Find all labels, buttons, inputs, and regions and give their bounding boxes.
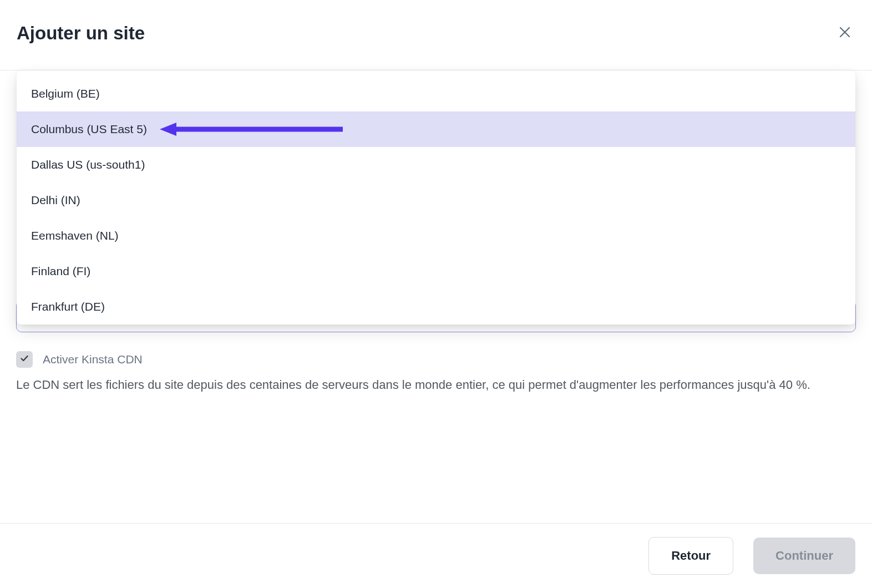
datacenter-option[interactable]: Belgium (BE) bbox=[17, 76, 855, 111]
datacenter-option[interactable]: Dallas US (us-south1) bbox=[17, 147, 855, 183]
svg-marker-3 bbox=[160, 123, 176, 136]
datacenter-option[interactable]: Columbus (US East 5) bbox=[17, 111, 855, 147]
datacenter-option-label: Dallas US (us-south1) bbox=[31, 158, 145, 171]
modal-header: Ajouter un site bbox=[0, 0, 872, 70]
datacenter-option-label: Frankfurt (DE) bbox=[31, 300, 105, 313]
datacenter-option[interactable]: Finland (FI) bbox=[17, 254, 855, 289]
datacenter-option-label: Eemshaven (NL) bbox=[31, 229, 119, 242]
datacenter-option[interactable]: Eemshaven (NL) bbox=[17, 218, 855, 254]
cdn-section: Activer Kinsta CDN Le CDN sert les fichi… bbox=[16, 351, 856, 394]
datacenter-option[interactable]: Delhi (IN) bbox=[17, 183, 855, 218]
datacenter-option-label: Delhi (IN) bbox=[31, 194, 80, 206]
cdn-description: Le CDN sert les fichiers du site depuis … bbox=[16, 376, 856, 394]
cdn-checkbox-row: Activer Kinsta CDN bbox=[16, 351, 856, 368]
datacenter-option-label: Finland (FI) bbox=[31, 265, 90, 277]
datacenter-option[interactable]: Frankfurt (DE) bbox=[17, 289, 855, 325]
datacenter-dropdown-panel: Belgium (BE)Columbus (US East 5)Dallas U… bbox=[17, 70, 855, 325]
modal-footer: Retour Continuer bbox=[0, 523, 872, 588]
page-title: Ajouter un site bbox=[17, 23, 145, 44]
close-icon bbox=[839, 26, 851, 41]
datacenter-option-label: Belgium (BE) bbox=[31, 87, 100, 100]
continue-button[interactable]: Continuer bbox=[753, 538, 855, 574]
datacenter-option-label: Columbus (US East 5) bbox=[31, 123, 147, 135]
close-button[interactable] bbox=[834, 22, 855, 45]
annotation-arrow-icon bbox=[160, 121, 343, 138]
cdn-checkbox[interactable] bbox=[16, 351, 33, 368]
check-icon bbox=[20, 354, 29, 365]
back-button[interactable]: Retour bbox=[648, 537, 733, 575]
modal-body: Belgium (BE)Columbus (US East 5)Dallas U… bbox=[0, 70, 872, 523]
cdn-checkbox-label: Activer Kinsta CDN bbox=[43, 353, 143, 366]
